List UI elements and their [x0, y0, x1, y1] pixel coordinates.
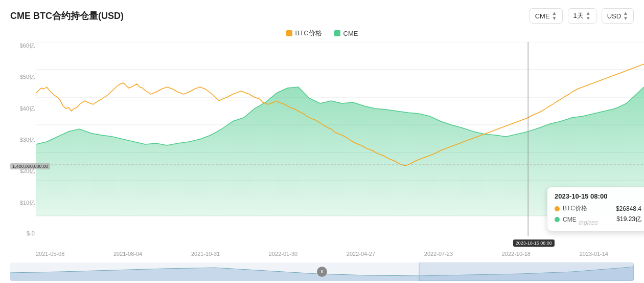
exchange-label: CME	[535, 12, 550, 20]
controls-group: CME ▲▼ 1天 ▲▼ USD ▲▼	[530, 8, 634, 24]
legend-btc: BTC价格	[286, 29, 322, 38]
legend-btc-dot	[286, 30, 292, 36]
timeframe-arrows: ▲▼	[586, 11, 591, 21]
y-label-50: $50亿	[10, 73, 35, 81]
date-tag: 2023-10-15 08:00	[513, 240, 555, 247]
tooltip-btc-dot	[555, 206, 560, 211]
x-label-4: 2022-01-30	[269, 251, 297, 257]
tooltip-btc-row: BTC价格 $26848.4	[555, 204, 641, 213]
pause-icon: ⏸	[320, 270, 324, 274]
chart-header: CME BTC合约持仓量(USD) CME ▲▼ 1天 ▲▼ USD ▲▼	[10, 8, 634, 24]
y-label-30: $30亿	[10, 136, 35, 144]
x-axis: 2021-05-08 2021-08-04 2021-10-31 2022-01…	[10, 251, 634, 257]
y-label-0: $-0	[10, 230, 35, 236]
chart-legend: BTC价格 CME	[10, 29, 634, 38]
chart-title: CME BTC合约持仓量(USD)	[10, 10, 124, 22]
pause-button[interactable]: ⏸	[317, 267, 327, 277]
minimap[interactable]: ⏸	[10, 263, 634, 281]
main-chart-area: $60亿 $50亿 $40亿 $30亿 $20亿 $10亿 $-0 $7万 $6…	[36, 42, 644, 236]
y-label-10: $10亿	[10, 199, 35, 207]
x-label-6: 2022-07-23	[424, 251, 453, 257]
y-label-60: $60亿	[10, 42, 35, 50]
legend-cme-label: CME	[343, 30, 358, 37]
x-label-3: 2021-10-31	[191, 251, 220, 257]
x-label-8: 2023-01-14	[580, 251, 608, 257]
chart-container: CME BTC合约持仓量(USD) CME ▲▼ 1天 ▲▼ USD ▲▼ BT…	[0, 0, 644, 283]
x-label-5: 2022-04-27	[347, 251, 375, 257]
tooltip-cme-dot	[555, 217, 560, 222]
timeframe-label: 1天	[573, 11, 584, 20]
tooltip-btc-value: $26848.4	[616, 205, 641, 212]
exchange-arrows: ▲▼	[552, 11, 557, 21]
x-label-2: 2021-08-04	[113, 251, 142, 257]
svg-rect-7	[419, 263, 634, 281]
tooltip-btc-label: BTC价格	[563, 204, 613, 213]
legend-cme: CME	[334, 29, 358, 38]
currency-dropdown[interactable]: USD ▲▼	[602, 8, 634, 24]
legend-cme-dot	[334, 30, 340, 36]
x-label-1: 2021-05-08	[36, 251, 64, 257]
tooltip-cme-row: CME $19.23亿	[555, 215, 641, 224]
tooltip-title: 2023-10-15 08:00	[555, 192, 641, 200]
y-axis-left: $60亿 $50亿 $40亿 $30亿 $20亿 $10亿 $-0	[10, 42, 35, 236]
currency-label: USD	[607, 12, 621, 20]
timeframe-dropdown[interactable]: 1天 ▲▼	[568, 8, 596, 24]
left-value-badge: 1,400,000,000.00	[10, 163, 50, 169]
currency-arrows: ▲▼	[623, 11, 628, 21]
exchange-dropdown[interactable]: CME ▲▼	[530, 8, 563, 24]
legend-btc-label: BTC价格	[295, 29, 322, 38]
watermark: inglass	[579, 219, 598, 226]
x-label-7: 2022-10-18	[502, 251, 531, 257]
tooltip-cme-value: $19.23亿	[616, 215, 641, 224]
y-label-40: $40亿	[10, 105, 35, 113]
